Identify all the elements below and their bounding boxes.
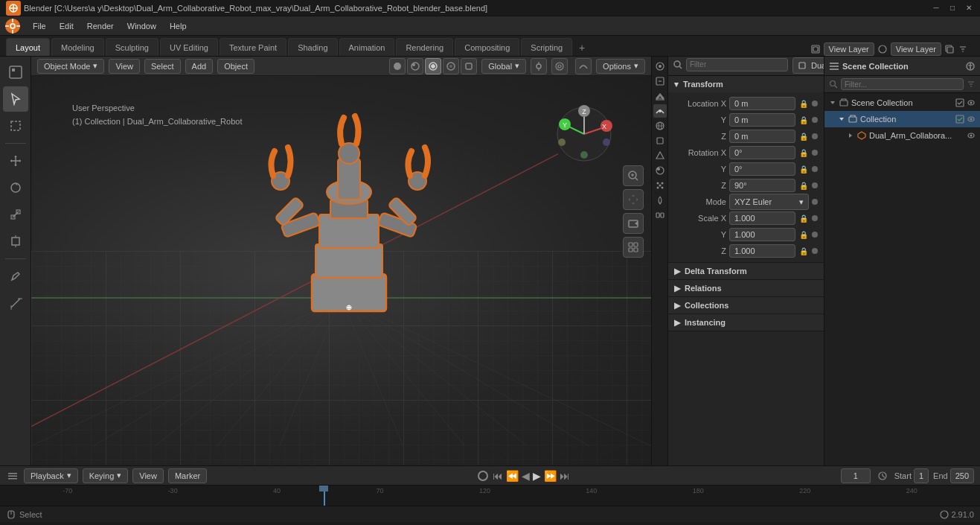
camera-view-icon[interactable] (623, 213, 644, 234)
scene-collection-check[interactable] (955, 98, 964, 107)
location-z-keyframe[interactable] (812, 133, 818, 139)
navigation-gizmo[interactable]: X Y Z (554, 104, 614, 164)
marker-button[interactable]: Marker (168, 468, 207, 483)
rotation-mode-dropdown[interactable]: XYZ Euler ▾ (729, 194, 809, 210)
props-icon-render[interactable] (653, 60, 667, 73)
viewport[interactable]: Object Mode ▾ View Select Add Object (31, 57, 651, 465)
curve-icon[interactable] (575, 58, 592, 74)
location-x-keyframe[interactable] (812, 101, 818, 106)
play-back-button[interactable]: ◀ (522, 470, 530, 482)
rotation-y-lock[interactable]: 🔒 (798, 164, 809, 174)
keying-button[interactable]: Keying ▾ (83, 468, 129, 483)
proportional-edit[interactable] (551, 58, 568, 74)
rotation-x-value[interactable]: 0° (729, 146, 795, 159)
step-forward-button[interactable]: ⏩ (544, 470, 557, 482)
location-y-lock[interactable]: 🔒 (798, 115, 809, 125)
delta-transform-header[interactable]: ▶ Delta Transform (668, 263, 824, 279)
rotation-x-keyframe[interactable] (812, 150, 818, 156)
transform-space[interactable]: Global ▾ (481, 59, 526, 74)
props-icon-particles[interactable] (653, 179, 667, 192)
tab-layout[interactable]: Layout (6, 38, 50, 56)
start-frame-input[interactable]: 1 (914, 468, 929, 483)
props-icon-world[interactable] (653, 119, 667, 133)
menu-window[interactable]: Window (121, 18, 162, 34)
move-tool[interactable] (3, 148, 28, 174)
close-button[interactable]: ✕ (964, 3, 974, 13)
scale-y-value[interactable]: 1.000 (729, 228, 795, 241)
step-back-button[interactable]: ⏪ (506, 470, 519, 482)
menu-file[interactable]: File (27, 18, 52, 34)
tab-scripting[interactable]: Scripting (521, 38, 572, 56)
pan-icon[interactable] (623, 189, 644, 210)
outliner-scene-collection[interactable]: Scene Collection (824, 95, 980, 111)
transform-tool[interactable] (3, 229, 28, 254)
jump-start-button[interactable]: ⏮ (493, 470, 503, 482)
timeline-view-button[interactable]: View (132, 468, 164, 483)
grid-view-icon[interactable] (623, 237, 644, 258)
rotate-tool[interactable] (3, 175, 28, 200)
props-icon-material[interactable] (653, 164, 667, 177)
collections-header[interactable]: ▶ Collections (668, 297, 824, 314)
scale-z-value[interactable]: 1.000 (729, 244, 795, 258)
collection-check[interactable] (955, 115, 964, 124)
scene-collection-collapse[interactable] (829, 99, 836, 106)
rotation-z-lock[interactable]: 🔒 (798, 180, 809, 191)
props-icon-mesh[interactable] (653, 149, 667, 162)
select-tool[interactable] (3, 86, 28, 112)
rotation-x-lock[interactable]: 🔒 (798, 147, 809, 158)
rotation-mode-dot[interactable] (812, 199, 818, 205)
collection-eye[interactable] (967, 115, 976, 124)
location-z-lock[interactable]: 🔒 (798, 131, 809, 141)
end-frame-input[interactable]: 250 (950, 468, 974, 483)
scale-y-keyframe[interactable] (812, 232, 818, 238)
location-y-keyframe[interactable] (812, 117, 818, 123)
play-button[interactable]: ▶ (533, 470, 541, 482)
outliner-object-item[interactable]: Dual_Arm_Collabora... (824, 127, 980, 144)
object-mode-dropdown[interactable]: Object Mode ▾ (37, 59, 104, 74)
object-eye[interactable] (967, 131, 976, 140)
viewport-shading-rendered[interactable] (425, 58, 441, 74)
box-select-tool[interactable] (3, 113, 28, 139)
select-menu[interactable]: Select (144, 59, 181, 74)
rotation-y-value[interactable]: 0° (729, 162, 795, 176)
tab-animation[interactable]: Animation (339, 38, 395, 56)
scale-x-lock[interactable]: 🔒 (798, 213, 809, 223)
tab-uv-editing[interactable]: UV Editing (160, 38, 218, 56)
outliner-filter2-icon[interactable] (967, 80, 976, 89)
filter-icon[interactable] (958, 44, 968, 54)
outliner-filter-icon[interactable] (965, 61, 976, 71)
minimize-button[interactable]: ─ (931, 3, 941, 13)
menu-render[interactable]: Render (81, 18, 120, 34)
location-y-value[interactable]: 0 m (729, 113, 795, 127)
add-menu[interactable]: Add (185, 59, 214, 74)
transform-section-header[interactable]: ▾ Transform (668, 76, 824, 92)
scale-x-value[interactable]: 1.000 (729, 211, 795, 225)
scene-collection-eye[interactable] (967, 98, 976, 107)
props-icon-output[interactable] (653, 74, 667, 88)
timeline-body[interactable]: -70 -30 40 70 120 140 180 220 240 (0, 486, 980, 506)
add-workspace-button[interactable]: + (574, 39, 590, 56)
outliner-collection-item[interactable]: Collection (824, 111, 980, 127)
object-menu[interactable]: Object (217, 59, 254, 74)
tab-sculpting[interactable]: Sculpting (106, 38, 158, 56)
viewport-canvas[interactable]: User Perspective (1) Collection | Dual_A… (31, 76, 651, 465)
location-x-lock[interactable]: 🔒 (798, 98, 809, 109)
view-layer-selector[interactable]: View Layer (896, 45, 936, 54)
scale-y-lock[interactable]: 🔒 (798, 229, 809, 240)
instancing-header[interactable]: ▶ Instancing (668, 314, 824, 331)
props-icon-constraints[interactable] (653, 209, 667, 222)
zoom-icon[interactable] (623, 165, 644, 186)
tab-texture-paint[interactable]: Texture Paint (220, 38, 286, 56)
tab-shading[interactable]: Shading (288, 38, 337, 56)
snap-toggle[interactable] (531, 58, 547, 74)
keyframe-record-button[interactable] (478, 471, 488, 481)
object-expand[interactable] (847, 132, 854, 139)
current-frame-input[interactable]: 1 (841, 468, 871, 483)
collection-collapse[interactable] (838, 115, 845, 123)
viewport-overlay[interactable] (443, 58, 459, 74)
jump-end-button[interactable]: ⏭ (560, 470, 570, 482)
location-x-value[interactable]: 0 m (729, 97, 795, 110)
maximize-button[interactable]: □ (947, 3, 958, 13)
tab-compositing[interactable]: Compositing (455, 38, 519, 56)
xray-toggle[interactable] (461, 58, 477, 74)
